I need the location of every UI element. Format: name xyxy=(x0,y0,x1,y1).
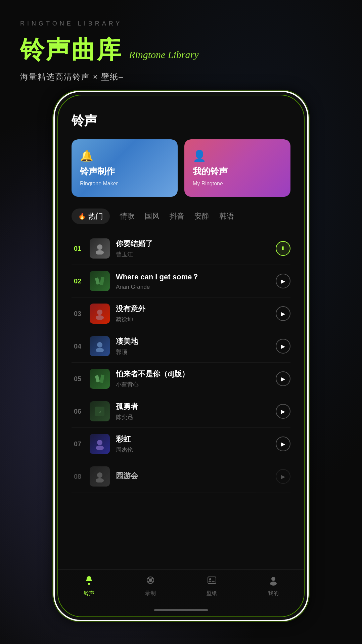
play-icon: ▶ xyxy=(281,408,285,415)
song-list: 01 你要结婚了 曹玉江 ⏸ 02 xyxy=(72,232,290,493)
wallpaper-nav-icon xyxy=(207,575,217,588)
song-item[interactable]: 01 你要结婚了 曹玉江 ⏸ xyxy=(72,232,290,265)
play-icon: ▶ xyxy=(281,441,285,447)
song-item[interactable]: 05 怕来者不是你（dj版） 小蓝背心 ▶ xyxy=(72,363,290,395)
song-item[interactable]: 04 凄美地 郭顶 ▶ xyxy=(72,330,290,363)
svg-point-12 xyxy=(97,440,102,445)
song-thumb-02 xyxy=(90,271,110,291)
phone-mockup: 铃声 🔔 铃声制作 Ringtone Maker 👤 我的铃声 My Ringt… xyxy=(53,91,309,621)
tab-douyin[interactable]: 抖音 xyxy=(170,211,184,221)
song-number-06: 06 xyxy=(72,408,84,415)
song-thumb-04 xyxy=(90,336,110,356)
song-item[interactable]: 08 园游会 ▶ xyxy=(72,460,290,493)
song-title-02: Where can I get some？ xyxy=(116,272,270,282)
nav-label-ringtone: 铃声 xyxy=(84,590,94,597)
tab-guofeng[interactable]: 国风 xyxy=(145,211,160,221)
song-artist-03: 蔡徐坤 xyxy=(116,316,270,323)
song-artist-07: 周杰伦 xyxy=(116,446,270,454)
svg-rect-23 xyxy=(208,577,216,584)
svg-point-6 xyxy=(97,342,102,348)
svg-point-20 xyxy=(151,578,153,579)
song-artist-04: 郭顶 xyxy=(116,348,270,356)
song-info-01: 你要结婚了 曹玉江 xyxy=(116,239,270,258)
nav-item-wallpaper[interactable]: 壁纸 xyxy=(181,575,242,597)
nav-item-ringtone[interactable]: 铃声 xyxy=(58,575,120,597)
mine-nav-icon xyxy=(268,575,279,588)
svg-point-24 xyxy=(209,578,211,580)
tab-hot-label: 热门 xyxy=(88,211,103,221)
song-number-01: 01 xyxy=(72,245,84,252)
play-icon: ▶ xyxy=(281,473,285,480)
song-info-02: Where can I get some？ Arian Grande xyxy=(116,272,270,290)
header-description: 海量精选高清铃声 × 壁纸– xyxy=(20,72,342,82)
svg-point-22 xyxy=(151,581,153,583)
play-button-04[interactable]: ▶ xyxy=(276,339,290,354)
play-button-06[interactable]: ▶ xyxy=(276,404,290,419)
phone-content: 铃声 🔔 铃声制作 Ringtone Maker 👤 我的铃声 My Ringt… xyxy=(58,95,304,616)
play-icon: ▶ xyxy=(281,278,285,284)
nav-label-mine: 我的 xyxy=(268,590,279,597)
song-title-04: 凄美地 xyxy=(116,336,270,347)
home-indicator xyxy=(154,609,208,611)
header-title-english: Ringtone Library xyxy=(129,49,199,60)
svg-rect-3 xyxy=(100,277,104,285)
song-artist-05: 小蓝背心 xyxy=(116,381,270,388)
svg-point-26 xyxy=(270,582,277,586)
play-button-05[interactable]: ▶ xyxy=(276,371,290,386)
tab-love[interactable]: 情歌 xyxy=(120,211,135,221)
song-title-06: 孤勇者 xyxy=(116,402,270,412)
song-info-08: 园游会 xyxy=(116,471,270,482)
play-button-01[interactable]: ⏸ xyxy=(276,241,290,256)
song-number-04: 04 xyxy=(72,342,84,350)
my-title-en: My Ringtone xyxy=(193,181,223,187)
song-artist-02: Arian Grande xyxy=(116,284,270,290)
my-title-zh: 我的铃声 xyxy=(193,166,228,177)
maker-title-en: Ringtone Maker xyxy=(80,181,118,187)
song-number-07: 07 xyxy=(72,440,84,448)
song-item[interactable]: 03 没有意外 蔡徐坤 ▶ xyxy=(72,297,290,330)
header-subtitle: RINGTONE LIBRARY xyxy=(20,20,342,27)
tab-korean[interactable]: 韩语 xyxy=(219,211,234,221)
play-button-07[interactable]: ▶ xyxy=(276,436,290,451)
nav-label-record: 录制 xyxy=(145,590,156,597)
song-thumb-03 xyxy=(90,304,110,324)
song-item[interactable]: 02 Where can I get some？ Arian Grande ▶ xyxy=(72,265,290,297)
play-button-03[interactable]: ▶ xyxy=(276,306,290,321)
svg-point-15 xyxy=(96,478,104,482)
bell-icon: 🔔 xyxy=(80,149,93,162)
song-info-03: 没有意外 蔡徐坤 xyxy=(116,304,270,323)
song-title-05: 怕来者不是你（dj版） xyxy=(116,369,270,379)
song-title-01: 你要结婚了 xyxy=(116,239,270,249)
play-icon: ▶ xyxy=(281,376,285,382)
play-button-08[interactable]: ▶ xyxy=(276,469,290,484)
person-icon: 👤 xyxy=(193,149,206,162)
song-number-02: 02 xyxy=(72,277,84,285)
song-title-08: 园游会 xyxy=(116,471,270,481)
song-title-07: 彩虹 xyxy=(116,434,270,444)
svg-point-0 xyxy=(97,244,102,250)
play-button-02[interactable]: ▶ xyxy=(276,274,290,288)
svg-point-21 xyxy=(148,581,149,583)
svg-point-19 xyxy=(148,578,149,579)
my-ringtone-card[interactable]: 👤 我的铃声 My Ringtone xyxy=(184,139,290,197)
header-title-chinese: 铃声曲库 xyxy=(20,34,122,66)
play-icon: ▶ xyxy=(281,343,285,350)
song-thumb-07 xyxy=(90,434,110,454)
nav-item-record[interactable]: 录制 xyxy=(120,575,181,597)
ringtone-maker-card[interactable]: 🔔 铃声制作 Ringtone Maker xyxy=(72,139,178,197)
header-area: RINGTONE LIBRARY 铃声曲库 Ringtone Library 海… xyxy=(0,0,362,82)
svg-point-18 xyxy=(149,579,152,582)
song-thumb-01 xyxy=(90,238,110,259)
svg-point-7 xyxy=(96,348,104,352)
tab-hot[interactable]: 🔥 热门 xyxy=(72,209,110,224)
song-item[interactable]: 06 ♪ 孤勇者 陈奕迅 ▶ xyxy=(72,395,290,428)
tab-quiet[interactable]: 安静 xyxy=(194,211,209,221)
svg-point-16 xyxy=(88,583,90,585)
nav-item-mine[interactable]: 我的 xyxy=(242,575,304,597)
svg-point-4 xyxy=(97,310,102,315)
svg-rect-2 xyxy=(95,277,100,285)
song-info-07: 彩虹 周杰伦 xyxy=(116,434,270,454)
svg-point-25 xyxy=(271,577,275,581)
record-nav-icon xyxy=(145,575,156,588)
song-item[interactable]: 07 彩虹 周杰伦 ▶ xyxy=(72,428,290,460)
